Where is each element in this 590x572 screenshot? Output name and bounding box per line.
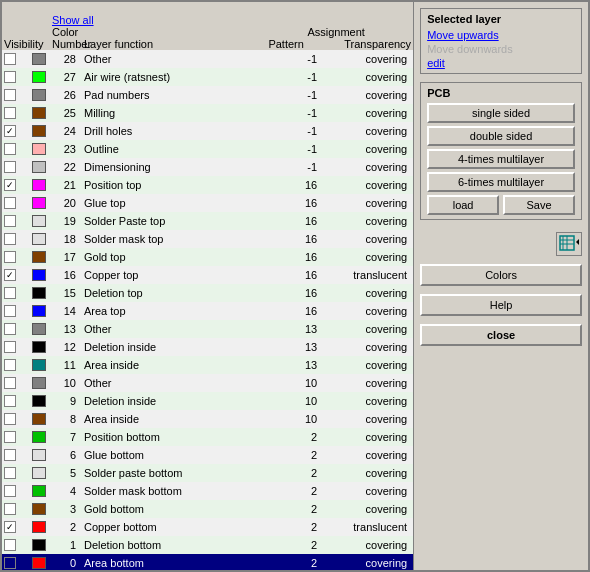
save-button[interactable]: Save: [503, 195, 575, 215]
pcb-icon-button[interactable]: [556, 232, 582, 256]
color-swatch[interactable]: [32, 395, 46, 407]
color-swatch[interactable]: [32, 431, 46, 443]
table-row[interactable]: 24Drill holes-1covering: [2, 122, 413, 140]
color-swatch[interactable]: [32, 233, 46, 245]
color-swatch[interactable]: [32, 557, 46, 569]
colors-button[interactable]: Colors: [420, 264, 582, 286]
single-sided-button[interactable]: single sided: [427, 103, 575, 123]
color-swatch[interactable]: [32, 197, 46, 209]
table-row[interactable]: 23Outline-1covering: [2, 140, 413, 158]
table-row[interactable]: 17Gold top16covering: [2, 248, 413, 266]
table-row[interactable]: 10Other10covering: [2, 374, 413, 392]
layer-visibility-checkbox[interactable]: [4, 413, 16, 425]
table-row[interactable]: 5Solder paste bottom2covering: [2, 464, 413, 482]
layer-visibility-checkbox[interactable]: [4, 467, 16, 479]
layer-visibility-checkbox[interactable]: [4, 125, 16, 137]
color-swatch[interactable]: [32, 521, 46, 533]
table-row[interactable]: 8Area inside10covering: [2, 410, 413, 428]
layer-visibility-checkbox[interactable]: [4, 485, 16, 497]
table-row[interactable]: 6Glue bottom2covering: [2, 446, 413, 464]
table-row[interactable]: 20Glue top16covering: [2, 194, 413, 212]
color-swatch[interactable]: [32, 107, 46, 119]
color-swatch[interactable]: [32, 323, 46, 335]
table-row[interactable]: 14Area top16covering: [2, 302, 413, 320]
table-row[interactable]: 13Other13covering: [2, 320, 413, 338]
layer-visibility-checkbox[interactable]: [4, 341, 16, 353]
table-row[interactable]: 22Dimensioning-1covering: [2, 158, 413, 176]
layer-visibility-checkbox[interactable]: [4, 377, 16, 389]
layer-visibility-checkbox[interactable]: [4, 71, 16, 83]
table-row[interactable]: 16Copper top16translucent: [2, 266, 413, 284]
layer-visibility-checkbox[interactable]: [4, 287, 16, 299]
color-swatch[interactable]: [32, 341, 46, 353]
layer-visibility-checkbox[interactable]: [4, 107, 16, 119]
layer-visibility-checkbox[interactable]: [4, 395, 16, 407]
table-row[interactable]: 19Solder Paste top16covering: [2, 212, 413, 230]
layer-visibility-checkbox[interactable]: [4, 449, 16, 461]
color-swatch[interactable]: [32, 125, 46, 137]
layer-visibility-checkbox[interactable]: [4, 323, 16, 335]
color-swatch[interactable]: [32, 485, 46, 497]
color-swatch[interactable]: [32, 269, 46, 281]
color-swatch[interactable]: [32, 251, 46, 263]
table-row[interactable]: 0Area bottom2covering: [2, 554, 413, 570]
color-swatch[interactable]: [32, 71, 46, 83]
color-swatch[interactable]: [32, 377, 46, 389]
layer-visibility-checkbox[interactable]: [4, 89, 16, 101]
color-swatch[interactable]: [32, 179, 46, 191]
color-swatch[interactable]: [32, 539, 46, 551]
layer-visibility-checkbox[interactable]: [4, 359, 16, 371]
layer-visibility-checkbox[interactable]: [4, 557, 16, 569]
table-row[interactable]: 2Copper bottom2translucent: [2, 518, 413, 536]
six-times-button[interactable]: 6-times multilayer: [427, 172, 575, 192]
show-all-link[interactable]: Show all: [52, 14, 94, 26]
layer-visibility-checkbox[interactable]: [4, 143, 16, 155]
layer-visibility-checkbox[interactable]: [4, 251, 16, 263]
layer-visibility-checkbox[interactable]: [4, 215, 16, 227]
color-swatch[interactable]: [32, 413, 46, 425]
table-row[interactable]: 28Other-1covering: [2, 50, 413, 68]
table-row[interactable]: 11Area inside13covering: [2, 356, 413, 374]
table-row[interactable]: 15Deletion top16covering: [2, 284, 413, 302]
layer-visibility-checkbox[interactable]: [4, 197, 16, 209]
table-row[interactable]: 18Solder mask top16covering: [2, 230, 413, 248]
color-swatch[interactable]: [32, 89, 46, 101]
layer-visibility-checkbox[interactable]: [4, 539, 16, 551]
color-swatch[interactable]: [32, 215, 46, 227]
help-button[interactable]: Help: [420, 294, 582, 316]
layer-visibility-checkbox[interactable]: [4, 431, 16, 443]
color-swatch[interactable]: [32, 503, 46, 515]
layer-visibility-checkbox[interactable]: [4, 521, 16, 533]
color-swatch[interactable]: [32, 467, 46, 479]
color-swatch[interactable]: [32, 305, 46, 317]
four-times-button[interactable]: 4-times multilayer: [427, 149, 575, 169]
table-row[interactable]: 27Air wire (ratsnest)-1covering: [2, 68, 413, 86]
color-swatch[interactable]: [32, 449, 46, 461]
color-swatch[interactable]: [32, 359, 46, 371]
table-row[interactable]: 1Deletion bottom2covering: [2, 536, 413, 554]
move-upwards-link[interactable]: Move upwards: [427, 29, 499, 41]
table-row[interactable]: 21Position top16covering: [2, 176, 413, 194]
layer-visibility-checkbox[interactable]: [4, 233, 16, 245]
table-row[interactable]: 26Pad numbers-1covering: [2, 86, 413, 104]
layer-visibility-checkbox[interactable]: [4, 305, 16, 317]
table-row[interactable]: 4Solder mask bottom2covering: [2, 482, 413, 500]
double-sided-button[interactable]: double sided: [427, 126, 575, 146]
layer-list[interactable]: 28Other-1covering27Air wire (ratsnest)-1…: [2, 50, 413, 570]
layer-visibility-checkbox[interactable]: [4, 161, 16, 173]
table-row[interactable]: 7Position bottom2covering: [2, 428, 413, 446]
color-swatch[interactable]: [32, 161, 46, 173]
table-row[interactable]: 12Deletion inside13covering: [2, 338, 413, 356]
edit-link[interactable]: edit: [427, 57, 445, 69]
load-button[interactable]: load: [427, 195, 499, 215]
layer-visibility-checkbox[interactable]: [4, 179, 16, 191]
color-swatch[interactable]: [32, 53, 46, 65]
color-swatch[interactable]: [32, 143, 46, 155]
table-row[interactable]: 25Milling-1covering: [2, 104, 413, 122]
layer-visibility-checkbox[interactable]: [4, 503, 16, 515]
layer-visibility-checkbox[interactable]: [4, 269, 16, 281]
color-swatch[interactable]: [32, 287, 46, 299]
layer-visibility-checkbox[interactable]: [4, 53, 16, 65]
table-row[interactable]: 9Deletion inside10covering: [2, 392, 413, 410]
table-row[interactable]: 3Gold bottom2covering: [2, 500, 413, 518]
